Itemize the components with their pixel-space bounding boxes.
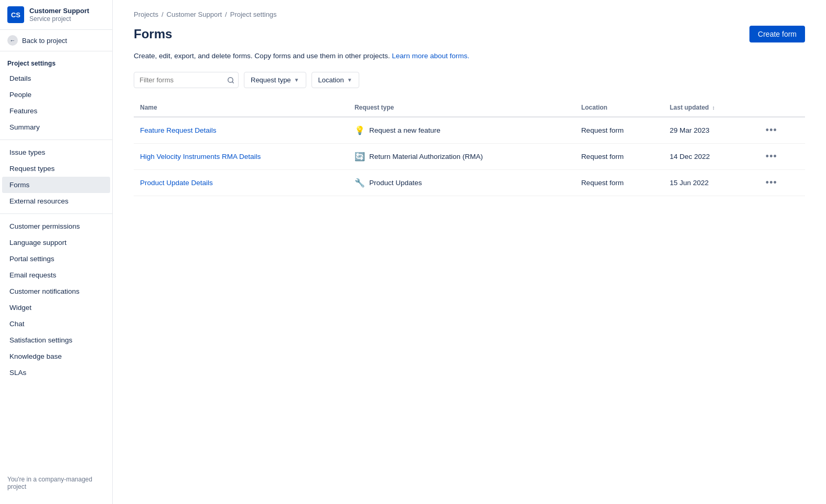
sidebar-item-portal-settings[interactable]: Portal settings: [2, 251, 110, 267]
form-name-link-0[interactable]: Feature Request Details: [140, 126, 217, 134]
page-description-text: Create, edit, export, and delete forms. …: [134, 52, 390, 60]
request-type-label-2: Product Updates: [369, 179, 422, 187]
table-row: Feature Request Details 💡 Request a new …: [134, 117, 805, 144]
cell-request-type-0: 💡 Request a new feature: [348, 117, 575, 144]
forms-table: Name Request type Location Last updated …: [134, 99, 805, 196]
location-filter[interactable]: Location ▼: [312, 72, 359, 88]
location-chevron-icon: ▼: [347, 77, 352, 83]
col-name: Name: [134, 99, 348, 117]
sidebar-footer: You're in a company-managed project: [0, 470, 112, 496]
sidebar-item-customer-notifications[interactable]: Customer notifications: [2, 283, 110, 299]
sidebar-item-slas[interactable]: SLAs: [2, 364, 110, 381]
breadcrumb-projects[interactable]: Projects: [134, 10, 158, 18]
form-name-link-1[interactable]: High Velocity Instruments RMA Details: [140, 153, 261, 160]
breadcrumb-current: Project settings: [230, 10, 277, 18]
cell-location-2: Request form: [575, 170, 663, 196]
breadcrumb-sep-2: /: [225, 10, 227, 18]
cell-last-updated-1: 14 Dec 2022: [663, 144, 756, 170]
search-icon-button[interactable]: [227, 77, 234, 84]
cell-name-2: Product Update Details: [134, 170, 348, 196]
more-actions-button-1[interactable]: •••: [763, 150, 780, 163]
project-info: Customer Support Service project: [29, 7, 89, 23]
col-location: Location: [575, 99, 663, 117]
request-type-filter-label: Request type: [251, 76, 291, 84]
breadcrumb: Projects / Customer Support / Project se…: [134, 10, 805, 18]
filter-forms-input[interactable]: [134, 72, 239, 88]
sidebar-item-summary[interactable]: Summary: [2, 119, 110, 135]
svg-line-1: [232, 81, 234, 83]
request-type-label-0: Request a new feature: [369, 126, 441, 134]
sidebar-item-issue-types[interactable]: Issue types: [2, 144, 110, 160]
filters-bar: Request type ▼ Location ▼: [134, 72, 805, 88]
form-name-link-2[interactable]: Product Update Details: [140, 179, 213, 187]
sidebar-item-customer-permissions[interactable]: Customer permissions: [2, 218, 110, 234]
cell-last-updated-2: 15 Jun 2022: [663, 170, 756, 196]
project-type: Service project: [29, 15, 89, 23]
location-filter-label: Location: [318, 76, 344, 84]
cell-name-0: Feature Request Details: [134, 117, 348, 144]
sidebar-item-people[interactable]: People: [2, 87, 110, 103]
sidebar-item-features[interactable]: Features: [2, 103, 110, 119]
request-type-icon-2: 🔧: [355, 178, 365, 188]
col-actions: [756, 99, 805, 117]
page-header: Forms Create form: [134, 26, 805, 42]
sidebar-item-forms[interactable]: Forms: [2, 177, 110, 193]
sidebar-item-details[interactable]: Details: [2, 70, 110, 87]
back-label: Back to project: [22, 37, 67, 45]
sidebar-divider-1: [0, 140, 112, 140]
breadcrumb-sep-1: /: [162, 10, 164, 18]
request-type-icon-1: 🔄: [355, 152, 365, 162]
project-avatar: CS: [7, 6, 24, 23]
cell-request-type-1: 🔄 Return Material Authorization (RMA): [348, 144, 575, 170]
request-type-filter[interactable]: Request type ▼: [244, 72, 306, 88]
sidebar-item-knowledge-base[interactable]: Knowledge base: [2, 348, 110, 364]
request-type-label-1: Return Material Authorization (RMA): [369, 153, 483, 160]
cell-actions-0: •••: [756, 117, 805, 144]
search-icon: [227, 77, 234, 84]
cell-name-1: High Velocity Instruments RMA Details: [134, 144, 348, 170]
main-content: Projects / Customer Support / Project se…: [113, 0, 826, 504]
col-request-type: Request type: [348, 99, 575, 117]
request-type-icon-0: 💡: [355, 125, 365, 136]
cell-request-type-2: 🔧 Product Updates: [348, 170, 575, 196]
page-title: Forms: [134, 27, 172, 41]
back-to-project[interactable]: ← Back to project: [0, 30, 112, 51]
sidebar-header: CS Customer Support Service project: [0, 0, 112, 30]
sidebar-item-external-resources[interactable]: External resources: [2, 193, 110, 209]
table-row: Product Update Details 🔧 Product Updates…: [134, 170, 805, 196]
create-form-button[interactable]: Create form: [749, 26, 805, 42]
table-row: High Velocity Instruments RMA Details 🔄 …: [134, 144, 805, 170]
filter-input-wrap: [134, 72, 239, 88]
back-icon: ←: [7, 35, 18, 46]
cell-actions-2: •••: [756, 170, 805, 196]
table-header: Name Request type Location Last updated …: [134, 99, 805, 117]
cell-last-updated-0: 29 Mar 2023: [663, 117, 756, 144]
more-actions-button-2[interactable]: •••: [763, 176, 780, 189]
sort-icon: ↕: [712, 105, 715, 111]
cell-location-0: Request form: [575, 117, 663, 144]
table-body: Feature Request Details 💡 Request a new …: [134, 117, 805, 196]
sidebar-item-chat[interactable]: Chat: [2, 316, 110, 332]
page-description: Create, edit, export, and delete forms. …: [134, 51, 805, 61]
sidebar-item-widget[interactable]: Widget: [2, 299, 110, 316]
col-last-updated: Last updated ↕: [663, 99, 756, 117]
project-name: Customer Support: [29, 7, 89, 16]
cell-location-1: Request form: [575, 144, 663, 170]
sidebar-item-satisfaction-settings[interactable]: Satisfaction settings: [2, 332, 110, 348]
sidebar: CS Customer Support Service project ← Ba…: [0, 0, 113, 504]
learn-more-link[interactable]: Learn more about forms.: [392, 52, 469, 60]
request-type-chevron-icon: ▼: [294, 77, 299, 83]
sidebar-section-title: Project settings: [0, 51, 112, 70]
sidebar-divider-2: [0, 213, 112, 214]
sidebar-item-language-support[interactable]: Language support: [2, 234, 110, 251]
breadcrumb-customer-support[interactable]: Customer Support: [167, 10, 222, 18]
more-actions-button-0[interactable]: •••: [763, 124, 780, 137]
cell-actions-1: •••: [756, 144, 805, 170]
sidebar-item-email-requests[interactable]: Email requests: [2, 267, 110, 283]
sidebar-item-request-types[interactable]: Request types: [2, 160, 110, 177]
